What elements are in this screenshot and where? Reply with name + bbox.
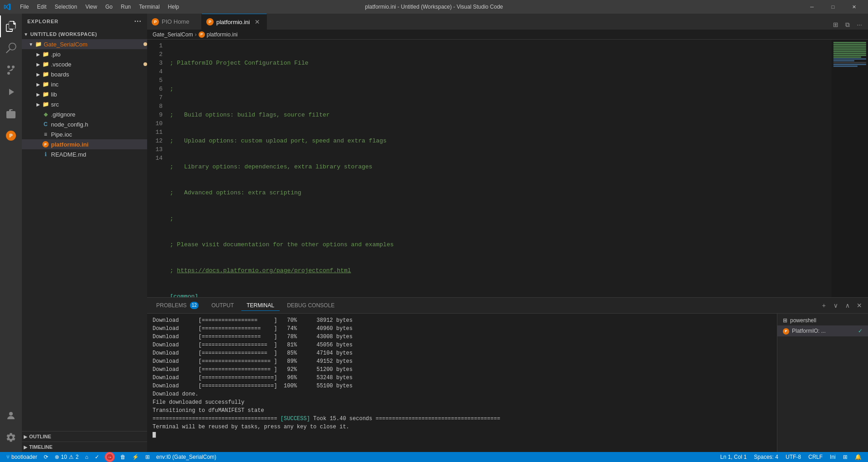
title-bar-controls[interactable]: ─ □ ✕ (802, 0, 864, 14)
tree-folder-root[interactable]: ▼ 📁 Gate_SerialCom (22, 39, 147, 49)
terminal-instance-label: PlatformIO: ... (792, 328, 826, 334)
status-left: ⑂ bootloader ⟳ ⊗ 10 ⚠ 2 ⌂ ✓ → 🗑 ⚡ (4, 452, 219, 462)
svg-point-3 (9, 412, 13, 416)
terminal-line: Download [==================== ] 85% 471… (153, 349, 771, 357)
code-editor[interactable]: ; PlatformIO Project Configuration File … (166, 40, 832, 297)
panel-chevron-down-icon[interactable]: ∨ (831, 300, 841, 310)
menu-view[interactable]: View (82, 3, 101, 11)
menu-help[interactable]: Help (164, 3, 183, 11)
panel-tab-problems[interactable]: PROBLEMS 12 (151, 300, 204, 311)
panel-close-button[interactable]: ✕ (854, 300, 864, 310)
editor-layout-icon[interactable]: ⊞ (831, 20, 841, 30)
terminal-line: Download [================== ] 74% 40960… (153, 325, 771, 333)
breadcrumb: Gate_SerialCom › P platformio.ini (147, 30, 868, 40)
panel-tab-terminal[interactable]: TERMINAL (241, 300, 280, 311)
tree-file-pipe-ioc[interactable]: ≡ Pipe.ioc (22, 129, 147, 139)
activity-extensions[interactable] (0, 103, 22, 125)
problems-badge: 12 (190, 302, 199, 309)
status-home[interactable]: ⌂ (82, 452, 91, 462)
code-line-6: ; Advanced options: extra scripting (170, 188, 832, 197)
activity-account[interactable] (0, 405, 22, 426)
tree-folder-pio[interactable]: ▶ 📁 .pio (22, 49, 147, 59)
terminal-success-line: ====================================== [… (153, 415, 771, 423)
tree-file-readme[interactable]: ℹ README.md (22, 149, 147, 159)
tree-folder-lib[interactable]: ▶ 📁 lib (22, 89, 147, 99)
spaces-label: Spaces: 4 (754, 454, 778, 460)
explorer-header: EXPLORER ··· (22, 14, 147, 29)
status-trash[interactable]: 🗑 (117, 452, 128, 462)
status-encoding[interactable]: UTF-8 (783, 452, 804, 462)
status-forward[interactable]: → (103, 452, 117, 462)
explorer-more[interactable]: ··· (134, 17, 142, 25)
status-terminal-icon[interactable]: ⊞ (143, 452, 153, 462)
tab-pio-home-label: PIO Home (162, 18, 189, 25)
status-sync[interactable]: ⟳ (41, 452, 51, 462)
panel-tab-debug-console[interactable]: DEBUG CONSOLE (281, 300, 340, 311)
forward-button[interactable]: → (106, 453, 114, 461)
activity-source-control[interactable] (0, 59, 22, 81)
terminal-line: File downloaded successfully (153, 398, 771, 406)
outline-section: ▶ OUTLINE (22, 431, 147, 442)
editor-more-icon[interactable]: ··· (854, 20, 864, 30)
editor-split-icon[interactable]: ⧉ (842, 20, 853, 30)
status-ln-col[interactable]: Ln 1, Col 1 (718, 452, 750, 462)
tree-file-platformio-ini[interactable]: P platformio.ini (22, 139, 147, 149)
panel-chevron-up-icon[interactable]: ∧ (842, 300, 853, 310)
folder-icon: 📁 (42, 101, 49, 108)
minimize-button[interactable]: ─ (802, 0, 822, 14)
status-spaces[interactable]: Spaces: 4 (751, 452, 781, 462)
code-line-3: ; Build options: build flags, source fil… (170, 111, 832, 119)
activity-run-debug[interactable] (0, 81, 22, 103)
maximize-button[interactable]: □ (822, 0, 843, 14)
tree-file-gitignore[interactable]: ◆ .gitignore (22, 109, 147, 119)
code-line-4: ; Upload options: custom upload port, sp… (170, 137, 832, 145)
status-branch[interactable]: ⑂ bootloader (4, 452, 40, 462)
terminal-instance-powershell[interactable]: ⊞ powershell (777, 315, 868, 325)
terminal-instance-platformio[interactable]: P PlatformIO: ... ✓ (777, 325, 868, 336)
menu-file[interactable]: File (16, 3, 32, 11)
status-layout[interactable]: ⊞ (840, 452, 850, 462)
menu-terminal[interactable]: Terminal (135, 3, 163, 11)
tree-folder-boards[interactable]: ▶ 📁 boards (22, 69, 147, 79)
activity-search[interactable] (0, 37, 22, 59)
status-bell[interactable]: 🔔 (852, 452, 864, 462)
menu-go[interactable]: Go (102, 3, 116, 11)
status-language[interactable]: Ini (827, 452, 838, 462)
terminal-output[interactable]: Download [================= ] 70% 38912 … (147, 314, 777, 452)
timeline-header[interactable]: ▶ TIMELINE (22, 442, 147, 452)
status-port[interactable]: ⚡ (129, 452, 142, 462)
outline-header[interactable]: ▶ OUTLINE (22, 432, 147, 442)
terminal-line: Download [===================== ] 92% 51… (153, 366, 771, 374)
tab-pio-home[interactable]: P PIO Home (147, 14, 202, 30)
svg-point-1 (12, 66, 15, 68)
terminal-line: Transitioning to dfuMANIFEST state (153, 406, 771, 415)
tree-file-node-config[interactable]: C node_config.h (22, 119, 147, 129)
status-env[interactable]: env:l0 (Gate_SerialCom) (153, 452, 219, 462)
home-icon: ⌂ (85, 454, 88, 460)
activity-explorer[interactable] (0, 15, 22, 37)
activity-platformio[interactable]: P (0, 125, 22, 147)
workspace-header[interactable]: ▼ UNTITLED (WORKSPACE) (22, 29, 147, 39)
chevron-right-icon: ▶ (35, 101, 42, 108)
activity-settings[interactable] (0, 426, 22, 448)
tab-platformio-ini[interactable]: P platformio.ini ✕ (202, 14, 267, 30)
tab-close-button[interactable]: ✕ (253, 17, 262, 26)
panel-add-button[interactable]: + (819, 300, 829, 310)
tree-folder-src[interactable]: ▶ 📁 src (22, 99, 147, 109)
tree-folder-vscode[interactable]: ▶ 📁 .vscode (22, 59, 147, 69)
menu-edit[interactable]: Edit (33, 3, 50, 11)
breadcrumb-file[interactable]: platformio.ini (207, 31, 238, 38)
panel-tab-output[interactable]: OUTPUT (206, 300, 239, 311)
status-check[interactable]: ✓ (92, 452, 102, 462)
folder-icon: 📁 (42, 91, 49, 98)
status-errors[interactable]: ⊗ 10 ⚠ 2 (52, 452, 82, 462)
menu-run[interactable]: Run (117, 3, 134, 11)
close-button[interactable]: ✕ (843, 0, 864, 14)
tree-folder-inc[interactable]: ▶ 📁 inc (22, 79, 147, 89)
title-bar-left: File Edit Selection View Go Run Terminal… (4, 3, 183, 11)
status-line-ending[interactable]: CRLF (806, 452, 825, 462)
editor-area: 12345 678910 11121314 ; PlatformIO Proje… (147, 40, 868, 452)
menu-selection[interactable]: Selection (51, 3, 81, 11)
breadcrumb-folder[interactable]: Gate_SerialCom (153, 31, 193, 38)
title-bar-menu[interactable]: File Edit Selection View Go Run Terminal… (16, 3, 183, 11)
